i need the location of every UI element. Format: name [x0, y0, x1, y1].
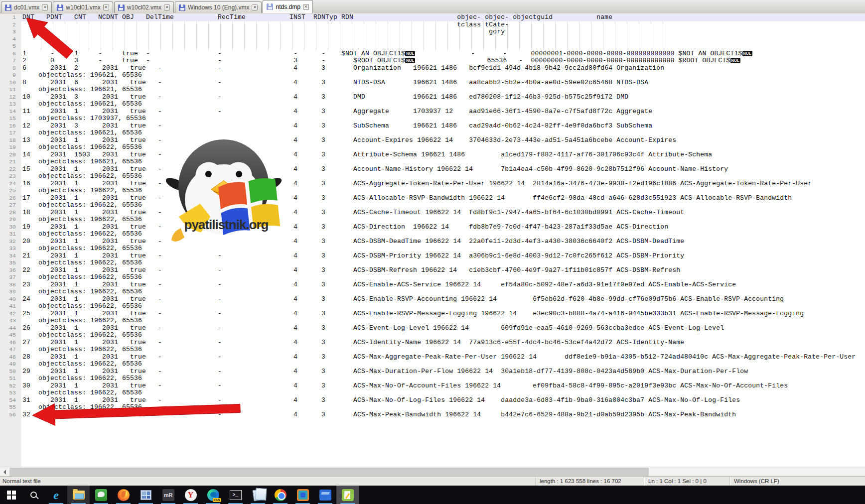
editor-line: 61 - 1 - true - - - - $NOT_AN_OBJECT1$NU… [0, 50, 865, 58]
line-number: 42 [0, 310, 16, 318]
taskbar-search-button[interactable] [22, 486, 45, 504]
line-number: 50 [0, 368, 16, 376]
scroll-left-icon [1, 470, 6, 475]
taskbar-green-app[interactable] [90, 486, 112, 504]
line-text: objectclass: 196621, 65536 [22, 129, 865, 137]
editor-line: 1813 2031 1 2031 true - - 4 3 Account-Ex… [0, 137, 865, 144]
line-text: 21 2031 1 2031 true - - 4 3 ACS-DSBM-Pri… [22, 252, 865, 260]
text-editor-area[interactable]: 1DNT PDNT CNT NCDNT OBJ DelTime RecTime … [0, 13, 865, 467]
tab-close-icon[interactable]: ✕ [164, 4, 170, 10]
taskbar-yandex-browser[interactable]: Y [179, 486, 202, 504]
status-doc-type: Normal text file [0, 477, 535, 486]
editor-line: 3421 2031 1 2031 true - - 4 3 ACS-DSBM-P… [0, 252, 865, 260]
tab-close-icon[interactable]: ✕ [103, 4, 109, 10]
line-number: 18 [0, 137, 16, 144]
tab-close-icon[interactable]: ✕ [42, 4, 48, 10]
line-text: 26 2031 1 2031 true - - 4 3 ACS-Event-Lo… [22, 325, 865, 332]
editor-line: 15 objectclass: 1703937, 65536 [0, 115, 865, 123]
taskbar-notepad-plus-plus[interactable] [336, 486, 359, 504]
line-number: 33 [0, 245, 16, 252]
editor-line: 31 objectclass: 196622, 65536 [0, 231, 865, 238]
editor-line: 13 objectclass: 196621, 65536 [0, 101, 865, 108]
green-app-icon [95, 489, 107, 501]
taskbar-chrome[interactable] [269, 486, 291, 504]
search-icon [30, 492, 37, 498]
editor-line: 3220 2031 1 2031 true - - 4 3 ACS-DSBM-D… [0, 238, 865, 246]
line-text: 2 0 3 - true - - 3 - $ROOT_OBJECT$NUL 65… [22, 57, 865, 65]
notepad-plus-plus-window: dc01.vmx ✕ w10cl01.vmx ✕ w10cl02.vmx ✕ W… [0, 0, 865, 504]
status-length-lines: length : 1 623 558 lines : 16 702 [535, 477, 644, 486]
line-text: 30 2031 1 2031 true - - 4 3 ACS-Max-No-O… [22, 382, 865, 390]
editor-line: 2818 2031 1 2031 true - - 4 3 ACS-Cache-… [0, 209, 865, 217]
line-number: 17 [0, 129, 16, 137]
editor-line: 2215 2031 1 2031 true - - 4 3 Account-Na… [0, 166, 865, 173]
line-text: 14 2031 1503 2031 true - - 4 3 Attribute… [22, 151, 865, 159]
line-text: objectclass: 196622, 65536 [22, 389, 865, 397]
line-number: 24 [0, 180, 16, 188]
taskbar-rdp-client[interactable] [314, 486, 336, 504]
editor-line: 47 objectclass: 196622, 65536 [0, 346, 865, 354]
line-text: 17 2031 1 2031 true - - 4 3 ACS-Allocabl… [22, 195, 865, 202]
editor-line: 21 objectclass: 196621, 65536 [0, 158, 865, 166]
taskbar-vmware-workstation[interactable] [291, 486, 314, 504]
line-number: 54 [0, 397, 16, 404]
editor-line: 5 [0, 43, 865, 50]
editor-line: 41 objectclass: 196622, 65536 [0, 303, 865, 310]
taskbar-rdcman[interactable] [135, 486, 157, 504]
line-number: 25 [0, 187, 16, 195]
line-text: 15 2031 1 2031 true - - 4 3 Account-Name… [22, 166, 865, 173]
horizontal-scrollbar[interactable] [0, 467, 865, 476]
tab-dc01-vmx[interactable]: dc01.vmx ✕ [1, 1, 52, 13]
taskbar-console[interactable]: >_ [224, 486, 247, 504]
taskbar-edge-canary[interactable]: CAN [202, 486, 224, 504]
editor-line: 2617 2031 1 2031 true - - 4 3 ACS-Alloca… [0, 195, 865, 202]
line-number: 13 [0, 101, 16, 108]
line-number: 35 [0, 259, 16, 267]
line-text: objectclass: 196622, 65536 [22, 361, 865, 368]
line-text: 8 2031 6 2031 true - - 4 3 NTDS-DSA 1966… [22, 79, 865, 87]
editor-line: 49 objectclass: 196622, 65536 [0, 361, 865, 368]
tab-windows10-eng-vmx[interactable]: Windows 10 (Eng).vmx ✕ [175, 1, 262, 13]
line-number: 26 [0, 195, 16, 202]
editor-line: 51 objectclass: 196622, 65536 [0, 375, 865, 382]
tab-ntds-dmp[interactable]: ntds.dmp ✕ [263, 0, 312, 13]
watermark-text: pyatilistnik.org [166, 217, 287, 233]
scrollbar-thumb[interactable] [9, 468, 649, 476]
line-text: objectclass: 196622, 65536 [22, 375, 865, 382]
line-number: 12 [0, 94, 16, 101]
tab-close-icon[interactable]: ✕ [303, 4, 309, 10]
editor-line: 4225 2031 1 2031 true - - 4 3 ACS-Enable… [0, 310, 865, 318]
line-text: objectclass: 196622, 65536 [22, 187, 865, 195]
start-button[interactable] [0, 486, 22, 504]
taskbar-mremoteng[interactable]: mR [157, 486, 179, 504]
line-text: objectclass: 196622, 65536 [22, 173, 865, 180]
taskbar-sticky-notes[interactable] [247, 486, 269, 504]
tab-label: w10cl02.vmx [127, 4, 161, 11]
editor-line: 55 objectclass: 196622, 65536 [0, 404, 865, 411]
tab-close-icon[interactable]: ✕ [252, 4, 258, 10]
editor-line: 2 tclass tCate- [0, 21, 865, 29]
taskbar-firefox[interactable] [112, 486, 135, 504]
sticky-notes-icon [252, 489, 264, 501]
tab-w10cl02-vmx[interactable]: w10cl02.vmx ✕ [114, 1, 174, 13]
line-number: 52 [0, 382, 16, 390]
line-text: objectclass: 196622, 65536 [22, 404, 865, 411]
editor-line: 25 objectclass: 196622, 65536 [0, 187, 865, 195]
editor-line: 4 [0, 36, 865, 43]
scroll-left-button[interactable] [0, 467, 9, 477]
line-number: 7 [0, 57, 16, 65]
line-number: 27 [0, 202, 16, 209]
tab-w10cl01-vmx[interactable]: w10cl01.vmx ✕ [53, 1, 113, 13]
saved-file-icon [5, 4, 11, 11]
line-number: 53 [0, 389, 16, 397]
editor-line: 33 objectclass: 196622, 65536 [0, 245, 865, 252]
tab-label: Windows 10 (Eng).vmx [188, 4, 249, 11]
internet-explorer-icon: e [53, 489, 59, 501]
taskbar-internet-explorer[interactable]: e [45, 486, 67, 504]
tab-label: w10cl01.vmx [66, 4, 100, 11]
tab-label: dc01.vmx [14, 4, 39, 11]
taskbar-file-explorer[interactable] [67, 486, 90, 504]
line-number: 55 [0, 404, 16, 411]
chrome-icon [275, 489, 287, 501]
line-number: 11 [0, 86, 16, 94]
